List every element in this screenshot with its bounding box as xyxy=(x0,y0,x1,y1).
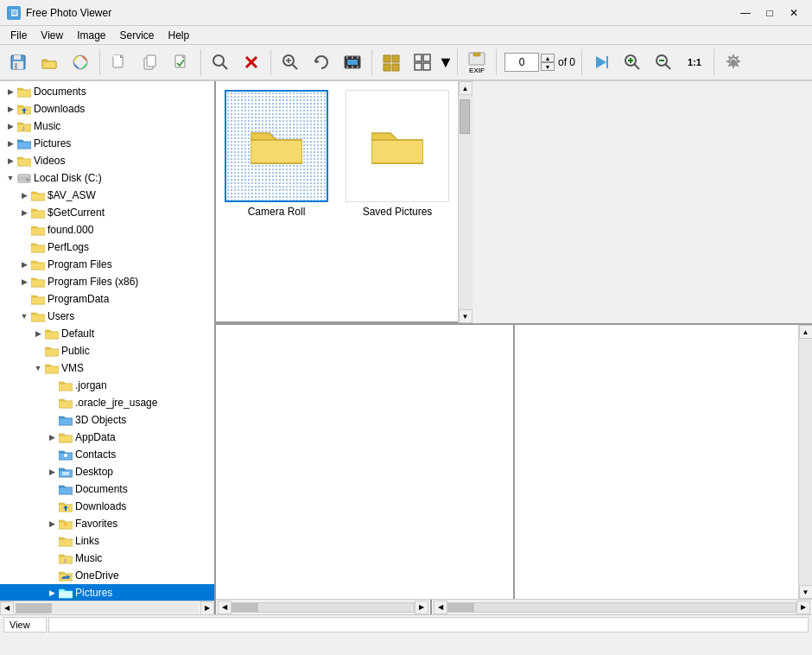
tree-horizontal-scrollbar[interactable]: ◀ ▶ xyxy=(0,601,214,614)
tree-scroll-right-button[interactable]: ▶ xyxy=(200,601,214,615)
tree-item-25[interactable]: ▶Downloads xyxy=(0,498,214,515)
tree-item-15[interactable]: ▶Default xyxy=(0,325,214,342)
check-button[interactable] xyxy=(167,48,196,77)
nav-button[interactable] xyxy=(377,48,406,77)
thumb-scroll-up-button[interactable]: ▲ xyxy=(459,81,473,95)
tree-icon-30 xyxy=(59,587,73,599)
tree-item-26[interactable]: ▶Favorites xyxy=(0,515,214,532)
tree-item-28[interactable]: ▶♪Music xyxy=(0,550,214,567)
tree-item-13[interactable]: ▶ProgramData xyxy=(0,290,214,308)
tree-item-30[interactable]: ▶Pictures xyxy=(0,584,214,601)
tree-toggle-8[interactable]: ▶ xyxy=(17,206,31,219)
zoom-out-button[interactable] xyxy=(649,48,678,77)
menu-help[interactable]: Help xyxy=(162,28,197,43)
delete-button[interactable] xyxy=(237,48,266,77)
tree-item-14[interactable]: ▼Users xyxy=(0,308,214,325)
menu-image[interactable]: Image xyxy=(70,28,112,43)
thumbnail-panel[interactable]: Camera RollSaved Pictures xyxy=(216,81,458,323)
next-image-button[interactable] xyxy=(587,48,616,77)
copy-button[interactable] xyxy=(136,48,165,77)
counter-down-button[interactable]: ▼ xyxy=(541,62,555,71)
tree-item-19[interactable]: ▶.oracle_jre_usage xyxy=(0,394,214,411)
tree-toggle-12[interactable]: ▶ xyxy=(17,275,31,289)
tree-item-2[interactable]: ▶Downloads xyxy=(0,100,214,118)
tree-toggle-11[interactable]: ▶ xyxy=(17,258,31,271)
tree-item-7[interactable]: ▶$AV_ASW xyxy=(0,187,214,204)
tree-toggle-30[interactable]: ▶ xyxy=(45,586,59,600)
thumb-vscroll[interactable]: ▲ ▼ xyxy=(458,81,472,323)
tree-item-20[interactable]: ▶3D Objects xyxy=(0,411,214,429)
find-button[interactable] xyxy=(206,48,235,77)
tree-toggle-26[interactable]: ▶ xyxy=(45,517,59,531)
film-button[interactable] xyxy=(338,48,367,77)
minimize-button[interactable]: — xyxy=(734,4,757,22)
tree-item-9[interactable]: ▶found.000 xyxy=(0,221,214,238)
tree-toggle-3[interactable]: ▶ xyxy=(3,119,17,133)
tree-toggle-1[interactable]: ▶ xyxy=(3,85,17,99)
tree-toggle-14[interactable]: ▼ xyxy=(17,309,31,323)
tree-item-8[interactable]: ▶$GetCurrent xyxy=(0,204,214,221)
tree-item-16[interactable]: ▶Public xyxy=(0,342,214,359)
refresh-button[interactable] xyxy=(307,48,336,77)
menu-file[interactable]: File xyxy=(3,28,34,43)
tree-toggle-2[interactable]: ▶ xyxy=(3,102,17,116)
bottom-scroll-down-button[interactable]: ▼ xyxy=(799,585,813,599)
settings-button[interactable] xyxy=(719,48,748,77)
file-tree[interactable]: ▶Documents▶Downloads▶♪Music▶Pictures▶Vid… xyxy=(0,81,214,601)
grid-arrow-button[interactable]: ▼ xyxy=(439,48,453,77)
tree-toggle-15[interactable]: ▶ xyxy=(31,327,45,340)
tree-scroll-left-button[interactable]: ◀ xyxy=(0,601,14,615)
tree-item-1[interactable]: ▶Documents xyxy=(0,83,214,100)
tree-item-24[interactable]: ▶Documents xyxy=(0,480,214,498)
bottom-hscroll-right: ◀ ▶ xyxy=(432,600,812,614)
tree-toggle-6[interactable]: ▼ xyxy=(3,171,17,185)
bottom-right-vscroll[interactable]: ▲ ▼ xyxy=(798,325,812,599)
bottom-hscroll-right-left-button[interactable]: ◀ xyxy=(434,601,447,614)
tree-item-21[interactable]: ▶AppData xyxy=(0,429,214,446)
color-button[interactable] xyxy=(66,48,95,77)
menu-view[interactable]: View xyxy=(34,28,70,43)
bottom-hscroll-left-right-button[interactable]: ▶ xyxy=(415,601,428,614)
menu-service[interactable]: Service xyxy=(113,28,162,43)
tree-item-3[interactable]: ▶♪Music xyxy=(0,118,214,135)
thumbnail-item-1[interactable]: Saved Pictures xyxy=(346,90,449,218)
status-view-panel[interactable]: View xyxy=(3,617,47,633)
maximize-button[interactable]: □ xyxy=(758,4,781,22)
close-button[interactable]: ✕ xyxy=(783,4,805,22)
tree-item-10[interactable]: ▶PerfLogs xyxy=(0,238,214,256)
tree-toggle-4[interactable]: ▶ xyxy=(3,137,17,150)
tree-item-6[interactable]: ▼Local Disk (C:) xyxy=(0,169,214,187)
tree-scroll-thumb xyxy=(16,603,52,614)
tree-item-22[interactable]: ▶Contacts xyxy=(0,446,214,463)
bottom-hscroll-left-button[interactable]: ◀ xyxy=(218,601,232,614)
tree-toggle-7[interactable]: ▶ xyxy=(17,188,31,202)
bottom-scroll-up-button[interactable]: ▲ xyxy=(799,325,813,339)
tree-toggle-23[interactable]: ▶ xyxy=(45,465,59,479)
tree-toggle-21[interactable]: ▶ xyxy=(45,430,59,444)
tree-item-18[interactable]: ▶.jorgan xyxy=(0,377,214,394)
magnify-button[interactable] xyxy=(276,48,305,77)
zoom-in-button[interactable] xyxy=(618,48,647,77)
new-button[interactable] xyxy=(105,48,134,77)
tree-item-17[interactable]: ▼VMS xyxy=(0,359,214,377)
counter-up-button[interactable]: ▲ xyxy=(541,54,555,62)
tree-item-29[interactable]: ▶OneDrive xyxy=(0,567,214,584)
thumb-scroll-down-button[interactable]: ▼ xyxy=(459,309,473,323)
tree-item-23[interactable]: ▶Desktop xyxy=(0,463,214,480)
thumbnail-item-0[interactable]: Camera Roll xyxy=(225,90,328,218)
bottom-hscroll-area[interactable]: ◀ ▶ ◀ ▶ xyxy=(216,599,812,614)
zoom-100-button[interactable]: 1:1 xyxy=(680,48,709,77)
tree-toggle-5[interactable]: ▶ xyxy=(3,154,17,168)
bottom-hscroll-right-right-button[interactable]: ▶ xyxy=(796,601,810,614)
grid-button[interactable] xyxy=(408,48,437,77)
tree-item-11[interactable]: ▶Program Files xyxy=(0,256,214,273)
open-folder-button[interactable] xyxy=(35,48,64,77)
tree-item-4[interactable]: ▶Pictures xyxy=(0,135,214,152)
tree-toggle-17[interactable]: ▼ xyxy=(31,361,45,375)
exif-button[interactable]: EXIF xyxy=(462,48,492,77)
tree-item-12[interactable]: ▶Program Files (x86) xyxy=(0,273,214,290)
tree-item-27[interactable]: ▶Links xyxy=(0,532,214,550)
tree-item-5[interactable]: ▶Videos xyxy=(0,152,214,169)
save-button[interactable] xyxy=(3,48,33,77)
image-number-input[interactable]: 0 xyxy=(504,53,539,72)
